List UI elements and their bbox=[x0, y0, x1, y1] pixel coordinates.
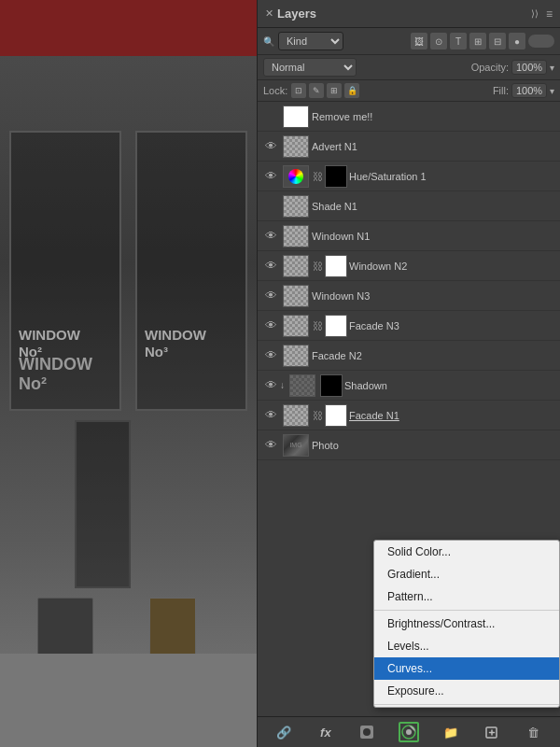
layer-item[interactable]: 👁 Shade N1 bbox=[258, 191, 560, 221]
layer-name: Facade N2 bbox=[312, 350, 556, 361]
lock-artboards-icon[interactable]: ⊞ bbox=[327, 83, 342, 98]
visibility-toggle[interactable]: 👁 bbox=[261, 378, 280, 392]
link-icon: ⛓ bbox=[312, 410, 323, 421]
new-group-button[interactable]: 📁 bbox=[441, 722, 461, 742]
layer-name: Windown N3 bbox=[312, 290, 556, 302]
opacity-value[interactable]: 100% bbox=[511, 60, 547, 75]
layer-mask bbox=[325, 255, 347, 277]
layer-thumbnail bbox=[283, 106, 309, 128]
link-icon: ⛓ bbox=[312, 171, 323, 182]
visibility-toggle[interactable]: 👁 bbox=[261, 348, 280, 362]
filter-toggle[interactable] bbox=[528, 35, 554, 48]
menu-item-curves[interactable]: Curves... bbox=[374, 657, 559, 680]
opacity-control: Opacity: 100% ▾ bbox=[471, 60, 554, 75]
link-icon: ⛓ bbox=[312, 320, 323, 331]
layer-name: Remove me!! bbox=[312, 111, 556, 122]
fill-arrow[interactable]: ▾ bbox=[550, 86, 554, 96]
close-icon[interactable]: ✕ bbox=[265, 7, 273, 20]
svg-point-3 bbox=[406, 729, 412, 735]
layer-item[interactable]: 👁 ↓ Shadown bbox=[258, 371, 560, 401]
layer-item[interactable]: 👁 IMG Photo bbox=[258, 430, 560, 460]
filter-row: 🔍 Kind 🖼 ⊙ T ⊞ ⊟ ● bbox=[258, 28, 560, 55]
visibility-toggle[interactable]: 👁 bbox=[261, 259, 280, 273]
layer-item[interactable]: 👁 ⛓ Windown N2 bbox=[258, 251, 560, 281]
fx-button[interactable]: fx bbox=[315, 722, 336, 742]
filter-shape-icon[interactable]: ⊞ bbox=[469, 33, 486, 49]
lock-row: Lock: ⊡ ✎ ⊞ 🔒 Fill: 100% ▾ bbox=[258, 80, 560, 102]
menu-item-gradient[interactable]: Gradient... bbox=[374, 563, 559, 585]
layer-item[interactable]: 👁 Windown N1 bbox=[258, 221, 560, 251]
layer-mask bbox=[325, 404, 347, 427]
layer-thumbnail bbox=[283, 165, 309, 188]
layers-panel: ✕ Layers ⟩⟩ ≡ 🔍 Kind 🖼 ⊙ T ⊞ ⊟ ● Normal … bbox=[257, 0, 560, 747]
layer-name: Windown N1 bbox=[312, 231, 556, 242]
lock-all-icon[interactable]: 🔒 bbox=[344, 83, 359, 98]
menu-item-solid-color[interactable]: Solid Color... bbox=[374, 541, 559, 563]
opacity-arrow[interactable]: ▾ bbox=[550, 63, 554, 73]
lock-icons: ⊡ ✎ ⊞ 🔒 bbox=[291, 83, 359, 98]
visibility-toggle[interactable]: 👁 bbox=[261, 199, 280, 213]
menu-item-pattern[interactable]: Pattern... bbox=[374, 585, 559, 608]
lock-position-icon[interactable]: ✎ bbox=[309, 83, 324, 98]
link-icon: ⛓ bbox=[312, 261, 323, 272]
visibility-toggle[interactable]: 👁 bbox=[261, 408, 280, 422]
layer-thumbnail bbox=[283, 404, 309, 427]
panel-title: Layers bbox=[277, 7, 316, 21]
layer-thumbnail bbox=[283, 195, 309, 218]
layer-item[interactable]: 👁 ⛓ Hue/Saturation 1 bbox=[258, 162, 560, 191]
layer-name: Facade N3 bbox=[349, 320, 556, 331]
filter-type-icon[interactable]: T bbox=[450, 33, 467, 49]
filter-adj-icon[interactable]: ⊙ bbox=[430, 33, 447, 49]
menu-item-brightness[interactable]: Brightness/Contrast... bbox=[374, 613, 559, 635]
filter-smart-icon[interactable]: ⊟ bbox=[489, 33, 506, 49]
menu-item-levels[interactable]: Levels... bbox=[374, 635, 559, 657]
layer-thumbnail bbox=[283, 135, 309, 158]
delete-layer-button[interactable]: 🗑 bbox=[524, 722, 544, 742]
visibility-toggle[interactable]: 👁 bbox=[261, 438, 280, 452]
layer-thumbnail bbox=[283, 225, 309, 247]
fill-label: Fill: bbox=[493, 85, 509, 96]
visibility-toggle[interactable]: 👁 bbox=[261, 318, 280, 332]
mask-button[interactable] bbox=[357, 722, 377, 742]
opacity-label: Opacity: bbox=[471, 62, 509, 73]
blend-mode-row: Normal Opacity: 100% ▾ bbox=[258, 55, 560, 80]
layer-thumbnail bbox=[289, 374, 315, 397]
layer-name: Photo bbox=[312, 440, 556, 451]
arrow-icon: ↓ bbox=[280, 380, 285, 390]
layer-mask bbox=[325, 315, 347, 337]
new-layer-button[interactable] bbox=[482, 722, 502, 742]
link-layers-button[interactable]: 🔗 bbox=[273, 722, 294, 742]
layer-item[interactable]: 👁 Advert N1 bbox=[258, 132, 560, 162]
visibility-toggle[interactable]: 👁 bbox=[261, 229, 280, 243]
layer-thumbnail bbox=[283, 255, 309, 277]
panel-menu-icon[interactable]: ≡ bbox=[546, 7, 553, 21]
lock-pixels-icon[interactable]: ⊡ bbox=[291, 83, 306, 98]
visibility-toggle[interactable]: 👁 bbox=[261, 139, 280, 153]
layer-item[interactable]: 👁 ⛓ Facade N1 bbox=[258, 401, 560, 430]
layer-item[interactable]: 👁 Facade N2 bbox=[258, 341, 560, 371]
search-icon: 🔍 bbox=[263, 36, 274, 47]
menu-separator-1 bbox=[374, 610, 559, 611]
panel-toolbar: 🔗 fx 📁 🗑 Solid Color... Gra bbox=[258, 716, 560, 747]
visibility-toggle[interactable]: 👁 bbox=[261, 289, 280, 303]
layer-name: Windown N2 bbox=[349, 261, 556, 272]
filter-color-icon[interactable]: ● bbox=[509, 33, 525, 49]
layer-item[interactable]: 👁 Remove me!! bbox=[258, 102, 560, 132]
filter-pixel-icon[interactable]: 🖼 bbox=[411, 33, 427, 49]
visibility-toggle[interactable]: 👁 bbox=[261, 169, 280, 183]
layer-name: Advert N1 bbox=[312, 141, 556, 152]
layer-item[interactable]: 👁 Windown N3 bbox=[258, 281, 560, 311]
adjustment-button[interactable] bbox=[399, 722, 419, 742]
collapse-icon[interactable]: ⟩⟩ bbox=[531, 8, 539, 19]
lock-label: Lock: bbox=[263, 85, 287, 96]
layer-name: Shade N1 bbox=[312, 201, 556, 212]
layer-name: Facade N1 bbox=[349, 410, 556, 421]
visibility-toggle[interactable]: 👁 bbox=[261, 109, 280, 123]
layer-mask bbox=[325, 165, 347, 188]
fill-value[interactable]: 100% bbox=[511, 83, 547, 98]
menu-item-exposure[interactable]: Exposure... bbox=[374, 680, 559, 702]
kind-select[interactable]: Kind bbox=[278, 32, 343, 50]
layer-thumbnail bbox=[283, 315, 309, 337]
layer-item[interactable]: 👁 ⛓ Facade N3 bbox=[258, 311, 560, 341]
blend-mode-select[interactable]: Normal bbox=[263, 58, 357, 77]
